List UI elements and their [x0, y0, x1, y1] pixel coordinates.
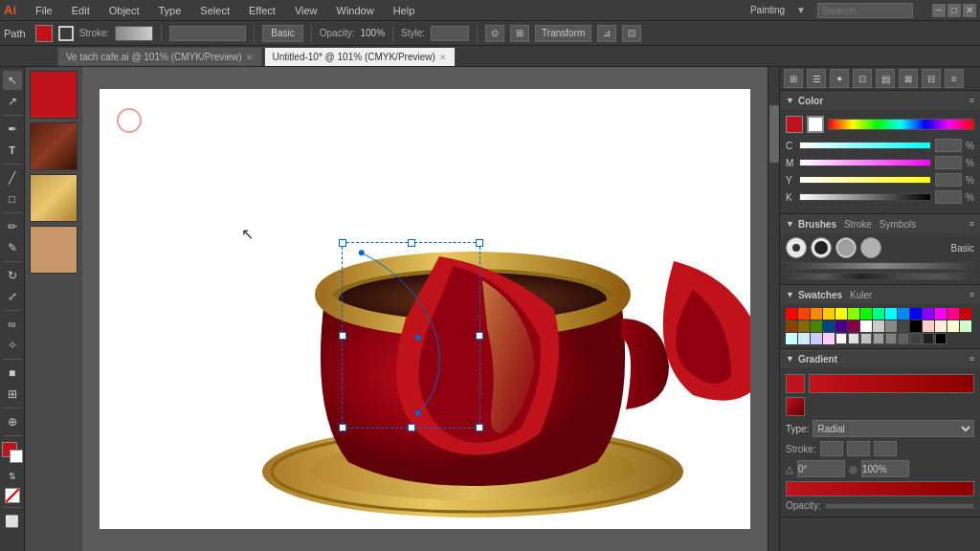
swatch-color-13[interactable] [947, 308, 959, 320]
background-swatch[interactable] [10, 450, 23, 463]
swatch-color-15[interactable] [786, 320, 797, 332]
artboard-tool[interactable]: ⬜ [3, 512, 22, 531]
swatch-color-29[interactable] [960, 320, 971, 332]
swatch-gray-2[interactable] [860, 333, 872, 344]
c-slider[interactable] [799, 142, 931, 149]
tab-1-close[interactable]: ✕ [246, 53, 254, 62]
gradient-type-select[interactable]: Radial Linear [813, 420, 974, 437]
swatch-color-21[interactable] [860, 320, 872, 332]
stroke-width-input[interactable] [169, 26, 246, 41]
fill-color-swatch[interactable] [35, 25, 53, 42]
panel-icon-6[interactable]: ⊠ [899, 69, 918, 88]
swatch-color-27[interactable] [935, 320, 947, 332]
workspace-dropdown-icon[interactable]: ▼ [796, 5, 806, 15]
m-value[interactable] [935, 156, 962, 169]
swatch-red[interactable] [30, 71, 78, 119]
stroke-swatch[interactable] [115, 26, 153, 41]
gradient-opacity-input[interactable] [861, 460, 909, 477]
brushes-tab-brushes[interactable]: Brushes [798, 219, 836, 230]
color-panel-options[interactable]: ≡ [969, 96, 974, 105]
icon-btn-2[interactable]: ⊞ [510, 25, 529, 42]
gradient-bar[interactable] [809, 374, 974, 393]
swatch-color-33[interactable] [823, 333, 835, 344]
swatches-panel-options[interactable]: ≡ [969, 290, 974, 299]
swatch-color-3[interactable] [823, 308, 835, 320]
mesh-tool[interactable]: ⊞ [3, 385, 22, 404]
gradient-large-bar[interactable] [786, 481, 974, 496]
icon-btn-4[interactable]: ⊡ [622, 25, 641, 42]
pencil-tool[interactable]: ✎ [3, 238, 22, 257]
vertical-scrollbar[interactable] [768, 67, 779, 551]
brush-dot-1[interactable] [786, 237, 807, 258]
rotate-tool[interactable]: ↻ [3, 266, 22, 285]
eyedropper-tool[interactable]: ✧ [3, 336, 22, 355]
color-panel-collapse[interactable]: ▼ [786, 96, 794, 105]
icon-btn-1[interactable]: ⊙ [485, 25, 504, 42]
search-input[interactable] [817, 3, 913, 18]
kuler-tab[interactable]: Kuler [850, 290, 872, 300]
k-slider[interactable] [799, 193, 931, 201]
gradient-collapse[interactable]: ▼ [786, 354, 794, 364]
color-spectrum[interactable] [828, 119, 974, 130]
swatch-brown[interactable] [30, 122, 78, 170]
pen-tool[interactable]: ✒ [3, 120, 22, 139]
swatch-color-20[interactable] [848, 320, 859, 332]
brushes-tab-stroke[interactable]: Stroke [844, 219, 872, 230]
zoom-tool[interactable]: ⊕ [3, 412, 22, 431]
k-value[interactable] [935, 190, 962, 204]
brush-stroke-preview-2[interactable] [786, 273, 974, 280]
brush-tool[interactable]: ✏ [3, 217, 22, 236]
menu-view[interactable]: View [291, 5, 322, 16]
y-value[interactable] [935, 173, 962, 187]
tab-1[interactable]: Ve tach cafe.ai @ 101% (CMYK/Preview) ✕ [57, 47, 262, 66]
gradient-swatch-1[interactable] [786, 374, 805, 393]
stroke-btn-1[interactable] [820, 441, 843, 456]
m-slider[interactable] [799, 159, 931, 166]
swatch-gray-0[interactable] [835, 333, 847, 344]
icon-btn-3[interactable]: ⊿ [597, 25, 616, 42]
brushes-collapse[interactable]: ▼ [786, 219, 794, 229]
stroke-btn-3[interactable] [874, 441, 897, 456]
transform-button[interactable]: Transform [535, 25, 591, 42]
swatch-color-0[interactable] [786, 308, 797, 320]
panel-icon-8[interactable]: ≡ [945, 69, 964, 88]
menu-file[interactable]: File [32, 5, 56, 16]
maximize-button[interactable]: □ [947, 4, 961, 17]
swatch-color-19[interactable] [835, 320, 847, 332]
tab-2-close[interactable]: ✕ [439, 53, 447, 62]
brush-stroke-preview-1[interactable] [786, 262, 974, 270]
gradient-swatch-2[interactable] [786, 397, 805, 416]
swatch-gold[interactable] [30, 174, 78, 222]
blend-tool[interactable]: ∞ [3, 315, 22, 334]
swatch-color-28[interactable] [947, 320, 959, 332]
swatch-color-11[interactable] [923, 308, 934, 320]
swatch-gray-7[interactable] [923, 333, 934, 344]
swatch-color-17[interactable] [811, 320, 822, 332]
brushes-panel-options[interactable]: ≡ [969, 219, 974, 229]
swatch-color-2[interactable] [811, 308, 822, 320]
swatch-color-7[interactable] [873, 308, 884, 320]
swatch-gray-1[interactable] [848, 333, 859, 344]
swatch-color-4[interactable] [835, 308, 847, 320]
menu-select[interactable]: Select [196, 5, 234, 16]
swatch-color-16[interactable] [798, 320, 810, 332]
swatch-color-6[interactable] [860, 308, 872, 320]
swatch-gray-3[interactable] [873, 333, 884, 344]
swatch-color-18[interactable] [823, 320, 835, 332]
swatch-color-1[interactable] [798, 308, 810, 320]
shape-tool[interactable]: □ [3, 189, 22, 209]
swatch-color-30[interactable] [786, 333, 797, 344]
brush-dot-4[interactable] [860, 237, 881, 258]
none-swatch[interactable] [5, 488, 20, 503]
stroke-btn-2[interactable] [847, 441, 870, 456]
selection-box[interactable] [342, 242, 480, 429]
gradient-tool[interactable]: ■ [3, 364, 22, 383]
swatch-color-23[interactable] [885, 320, 897, 332]
swatch-color-32[interactable] [811, 333, 822, 344]
c-value[interactable] [935, 139, 962, 152]
canvas-container[interactable]: ↖ [82, 67, 768, 551]
menu-edit[interactable]: Edit [68, 5, 94, 16]
scrollbar-thumb[interactable] [769, 105, 779, 163]
swatch-tan[interactable] [30, 226, 78, 274]
panel-icon-2[interactable]: ☰ [807, 69, 826, 88]
